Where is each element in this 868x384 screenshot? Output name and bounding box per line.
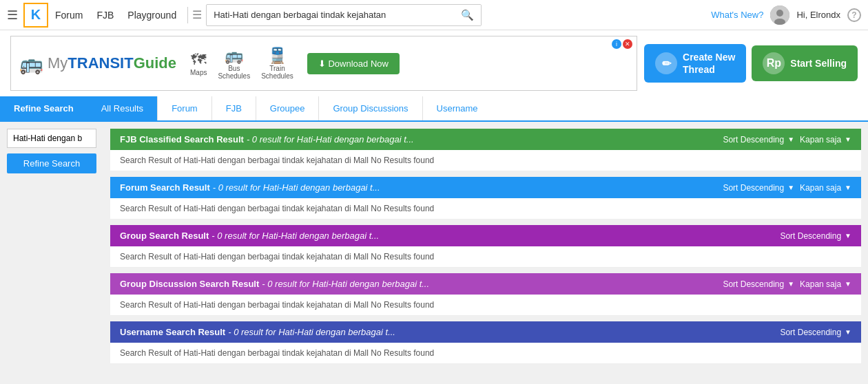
tab-all-results[interactable]: All Results (87, 96, 158, 120)
sidebar-refine-button[interactable]: Refine Search (7, 153, 96, 173)
tab-fjb[interactable]: FJB (212, 96, 256, 120)
group-result-header: Group Search Result - 0 result for Hati-… (110, 225, 861, 246)
group-discussion-sort-chevron: ▼ (787, 280, 794, 288)
tab-groupee[interactable]: Groupee (256, 96, 320, 120)
group-result-section: Group Search Result - 0 result for Hati-… (110, 225, 861, 268)
help-icon[interactable]: ? (847, 8, 861, 22)
sidebar-search-input[interactable] (7, 129, 96, 148)
ad-close-button[interactable]: ✕ (623, 39, 632, 49)
sidebar: Refine Search (0, 129, 103, 370)
nav-links: Forum FJB Playground (55, 10, 176, 21)
username-sort-dropdown[interactable]: Sort Descending ▼ (780, 328, 851, 337)
username-result-section: Username Search Result - 0 result for Ha… (110, 321, 861, 364)
nav-forum[interactable]: Forum (55, 10, 83, 21)
ad-download-button[interactable]: ⬇ Download Now (307, 53, 400, 74)
forum-sort-chevron: ▼ (787, 184, 794, 191)
forum-result-subtitle: - 0 result for Hati-Hati dengan berbagai… (213, 182, 380, 193)
fjb-result-body: Search Result of Hati-Hati dengan berbag… (110, 150, 861, 171)
group-discussion-result-title: Group Discussion Search Result (120, 279, 259, 289)
svg-point-1 (776, 10, 783, 17)
forum-sort-dropdown[interactable]: Sort Descending ▼ (723, 183, 794, 193)
group-discussion-kapan-chevron: ▼ (845, 280, 851, 288)
forum-kapan-chevron: ▼ (845, 184, 851, 191)
username-result-header: Username Search Result - 0 result for Ha… (110, 321, 861, 343)
ad-logo: 🚌 MyTRANSITGuide (19, 52, 176, 75)
tab-forum[interactable]: Forum (158, 96, 212, 120)
nav-divider (187, 7, 188, 23)
username-result-title: Username Search Result (120, 327, 225, 337)
username-result-subtitle: - 0 result for Hati-Hati dengan berbagai… (228, 327, 395, 337)
ad-logo-text: MyTRANSITGuide (48, 54, 176, 72)
refine-search-tab[interactable]: Refine Search (0, 96, 87, 120)
group-result-title: Group Search Result (120, 231, 209, 241)
group-result-body: Search Result of Hati-Hati dengan berbag… (110, 246, 861, 268)
group-discussion-result-section: Group Discussion Search Result - 0 resul… (110, 273, 861, 316)
main-content: Refine Search FJB Classified Search Resu… (0, 122, 868, 376)
search-box: 🔍 (206, 4, 482, 26)
forum-result-body: Search Result of Hati-Hati dengan berbag… (110, 198, 861, 220)
banner-row: i ✕ 🚌 MyTRANSITGuide 🗺 Maps 🚌 Bus Schedu… (0, 30, 868, 96)
site-logo[interactable]: K (23, 3, 48, 28)
search-button[interactable]: 🔍 (454, 5, 481, 25)
ad-bus-icon: 🚌 (19, 52, 43, 75)
username-result-body: Search Result of Hati-Hati dengan berbag… (110, 343, 861, 364)
forum-kapan-dropdown[interactable]: Kapan saja ▼ (800, 183, 851, 193)
fjb-kapan-chevron: ▼ (845, 136, 851, 143)
group-discussion-sort-dropdown[interactable]: Sort Descending ▼ (723, 279, 794, 289)
ad-maps-icon: 🗺 Maps (190, 51, 207, 76)
group-sort-dropdown[interactable]: Sort Descending ▼ (780, 231, 851, 241)
group-sort-chevron: ▼ (845, 232, 851, 239)
fjb-kapan-dropdown[interactable]: Kapan saja ▼ (800, 135, 851, 145)
user-avatar (770, 6, 789, 25)
user-name: Hi, Elrondx (796, 10, 840, 20)
group-discussion-result-subtitle: - 0 result for Hati-Hati dengan berbagai… (262, 279, 429, 289)
search-results: FJB Classified Search Result - 0 result … (103, 129, 868, 370)
ad-bus-schedules-icon: 🚌 Bus Schedules (218, 47, 250, 80)
whats-new-link[interactable]: What's New? (711, 10, 763, 20)
create-thread-icon: ✏ (655, 52, 677, 74)
more-menu-icon[interactable]: ☰ (192, 8, 202, 21)
forum-result-title: Forum Search Result (120, 182, 210, 193)
fjb-result-header: FJB Classified Search Result - 0 result … (110, 129, 861, 150)
start-selling-icon: Rp (763, 52, 785, 74)
create-thread-label: Create NewThread (683, 51, 735, 76)
topnav: ☰ K Forum FJB Playground ☰ 🔍 What's New?… (0, 0, 868, 30)
fjb-sort-dropdown[interactable]: Sort Descending ▼ (723, 135, 794, 145)
tab-group-discussions[interactable]: Group Discussions (319, 96, 422, 120)
ad-icons: 🗺 Maps 🚌 Bus Schedules 🚆 Train Schedules (190, 47, 293, 80)
group-discussion-result-body: Search Result of Hati-Hati dengan berbag… (110, 295, 861, 316)
ad-info-button[interactable]: i (612, 39, 621, 49)
nav-fjb[interactable]: FJB (96, 10, 114, 21)
username-sort-chevron: ▼ (845, 328, 851, 336)
create-thread-button[interactable]: ✏ Create NewThread (644, 44, 746, 83)
fjb-result-subtitle: - 0 result for Hati-Hati dengan berbagai… (247, 134, 414, 145)
action-buttons: ✏ Create NewThread Rp Start Selling (644, 36, 858, 91)
fjb-result-title: FJB Classified Search Result (120, 134, 244, 145)
forum-result-section: Forum Search Result - 0 result for Hati-… (110, 177, 861, 220)
tab-username[interactable]: Username (423, 96, 868, 120)
nav-playground[interactable]: Playground (127, 10, 176, 21)
start-selling-button[interactable]: Rp Start Selling (752, 45, 858, 81)
ad-train-schedules-icon: 🚆 Train Schedules (261, 47, 293, 80)
fjb-sort-chevron: ▼ (787, 136, 794, 143)
topnav-right: What's New? Hi, Elrondx ? (711, 6, 861, 25)
group-discussion-result-header: Group Discussion Search Result - 0 resul… (110, 273, 861, 295)
forum-result-header: Forum Search Result - 0 result for Hati-… (110, 177, 861, 198)
ad-banner: i ✕ 🚌 MyTRANSITGuide 🗺 Maps 🚌 Bus Schedu… (10, 36, 637, 91)
hamburger-menu[interactable]: ☰ (7, 8, 18, 23)
fjb-result-section: FJB Classified Search Result - 0 result … (110, 129, 861, 171)
ad-close-buttons: i ✕ (612, 39, 632, 49)
group-result-subtitle: - 0 result for Hati-Hati dengan berbagai… (211, 231, 379, 241)
search-tabs: Refine Search All Results Forum FJB Grou… (0, 96, 868, 122)
group-discussion-kapan-dropdown[interactable]: Kapan saja ▼ (800, 279, 851, 289)
start-selling-label: Start Selling (790, 58, 847, 69)
search-input[interactable] (207, 6, 454, 24)
